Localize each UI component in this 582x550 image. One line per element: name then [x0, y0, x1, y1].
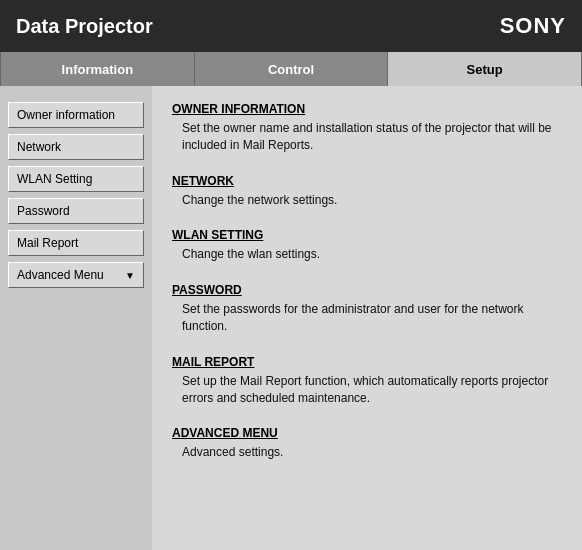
tab-control[interactable]: Control: [195, 52, 389, 86]
sidebar-btn-wlan-setting[interactable]: WLAN Setting: [8, 166, 144, 192]
sidebar-btn-mail-report[interactable]: Mail Report: [8, 230, 144, 256]
main-area: Owner information Network WLAN Setting P…: [0, 86, 582, 550]
content-section-description: Set the passwords for the administrator …: [172, 301, 562, 335]
advanced-menu-label: Advanced Menu: [17, 268, 104, 282]
content-section: OWNER INFORMATIONSet the owner name and …: [172, 102, 562, 154]
content-section-title: WLAN SETTING: [172, 228, 562, 242]
tab-information[interactable]: Information: [0, 52, 195, 86]
app-title: Data Projector: [16, 15, 153, 38]
tab-bar: Information Control Setup: [0, 52, 582, 86]
content-section-title: ADVANCED MENU: [172, 426, 562, 440]
content-section: ADVANCED MENUAdvanced settings.: [172, 426, 562, 461]
content-section-description: Change the network settings.: [172, 192, 562, 209]
sidebar: Owner information Network WLAN Setting P…: [0, 86, 152, 550]
content-section-title: PASSWORD: [172, 283, 562, 297]
content-section-title: OWNER INFORMATION: [172, 102, 562, 116]
content-section: PASSWORDSet the passwords for the admini…: [172, 283, 562, 335]
content-section-title: MAIL REPORT: [172, 355, 562, 369]
content-section-title: NETWORK: [172, 174, 562, 188]
content-area: OWNER INFORMATIONSet the owner name and …: [152, 86, 582, 550]
content-section: MAIL REPORTSet up the Mail Report functi…: [172, 355, 562, 407]
content-section: NETWORKChange the network settings.: [172, 174, 562, 209]
content-section-description: Advanced settings.: [172, 444, 562, 461]
sidebar-btn-owner-information[interactable]: Owner information: [8, 102, 144, 128]
content-section-description: Set up the Mail Report function, which a…: [172, 373, 562, 407]
sidebar-btn-password[interactable]: Password: [8, 198, 144, 224]
content-section-description: Change the wlan settings.: [172, 246, 562, 263]
sidebar-btn-advanced-menu[interactable]: Advanced Menu ▼: [8, 262, 144, 288]
content-section: WLAN SETTINGChange the wlan settings.: [172, 228, 562, 263]
tab-setup[interactable]: Setup: [388, 52, 582, 86]
brand-logo: SONY: [500, 13, 566, 39]
header: Data Projector SONY: [0, 0, 582, 52]
chevron-down-icon: ▼: [125, 270, 135, 281]
content-section-description: Set the owner name and installation stat…: [172, 120, 562, 154]
sidebar-btn-network[interactable]: Network: [8, 134, 144, 160]
